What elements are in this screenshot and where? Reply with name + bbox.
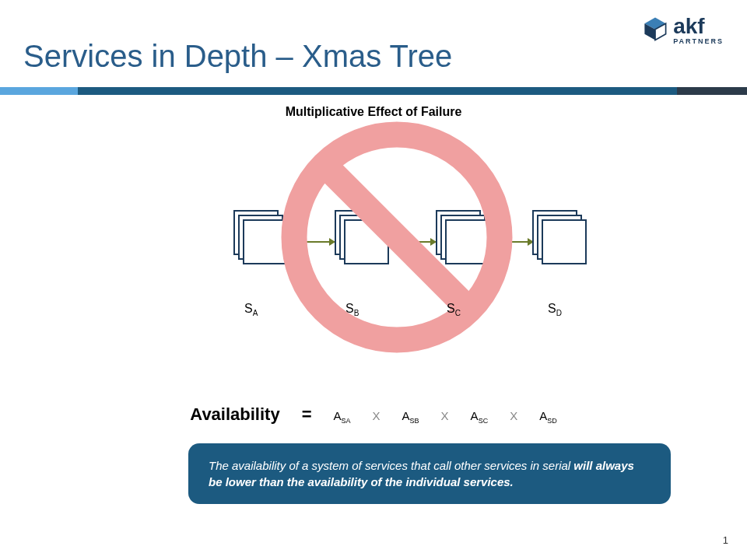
diagram-subtitle: Multiplicative Effect of Failure (0, 105, 747, 119)
service-label-d: SD (548, 302, 562, 317)
formula-term-sa: ASA (334, 409, 351, 425)
header-divider (0, 87, 747, 95)
prohibition-icon (280, 121, 514, 354)
page-number: 1 (723, 534, 728, 546)
services-diagram: SA SB SC SD (0, 124, 747, 373)
formula-term-sd: ASD (539, 409, 557, 425)
equals-sign: = (302, 404, 312, 425)
service-label-c: SC (447, 302, 461, 317)
formula-lhs: Availability (190, 404, 279, 425)
multiply-op: X (373, 409, 381, 422)
formula-term-sc: ASC (471, 409, 489, 425)
brand-logo: akf PARTNERS (642, 16, 724, 45)
page-title: Services in Depth – Xmas Tree (23, 39, 452, 74)
service-label-b: SB (345, 302, 359, 317)
service-stack-d (532, 210, 584, 261)
callout-lead: The availability of a system of services… (209, 459, 573, 472)
formula-term-sb: ASB (402, 409, 419, 425)
multiply-op: X (510, 409, 517, 422)
key-insight-callout: The availability of a system of services… (188, 443, 671, 504)
service-label-a: SA (244, 302, 258, 317)
availability-formula: Availability = ASA X ASB X ASC X ASD (0, 404, 747, 425)
brand-tagline: PARTNERS (673, 37, 724, 45)
service-stack-a (233, 210, 285, 261)
brand-name: akf (673, 16, 724, 37)
multiply-op: X (441, 409, 449, 422)
cube-icon (642, 16, 668, 45)
svg-line-4 (329, 170, 465, 305)
